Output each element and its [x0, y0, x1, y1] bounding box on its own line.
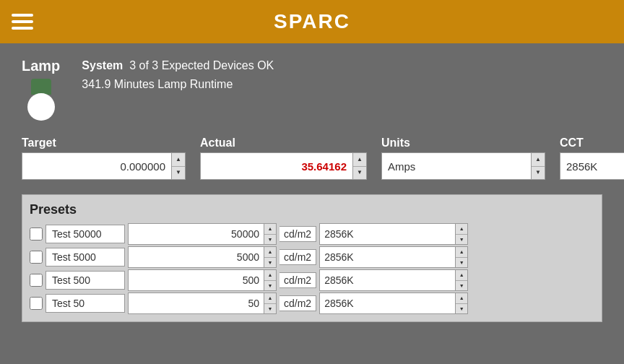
actual-spinner-buttons: ▲ ▼: [353, 152, 367, 180]
system-info: System 3 of 3 Expected Devices OK 341.9 …: [82, 58, 274, 91]
preset-increment-button-0[interactable]: ▲: [264, 224, 276, 235]
units-group: Units ▲ ▼: [381, 136, 545, 180]
target-decrement-button[interactable]: ▼: [172, 167, 185, 180]
preset-cct-increment-button-1[interactable]: ▲: [456, 247, 467, 258]
preset-cct-increment-button-2[interactable]: ▲: [456, 270, 467, 281]
preset-cct-decrement-button-3[interactable]: ▼: [456, 304, 467, 314]
preset-cct-increment-button-3[interactable]: ▲: [456, 293, 467, 304]
preset-checkbox-0[interactable]: [30, 228, 43, 240]
preset-increment-button-1[interactable]: ▲: [264, 247, 276, 258]
preset-row: Test 500 ▲ ▼ cd/m2 ▲ ▼: [30, 269, 593, 291]
preset-cct-field-2[interactable]: ▲ ▼: [319, 269, 468, 291]
preset-checkbox-2[interactable]: [30, 274, 43, 287]
preset-row: Test 5000 ▲ ▼ cd/m2 ▲ ▼: [30, 246, 593, 268]
preset-cct-field-0[interactable]: ▲ ▼: [319, 223, 468, 245]
presets-title: Presets: [30, 202, 594, 217]
preset-cct-decrement-button-2[interactable]: ▼: [456, 281, 467, 291]
target-spinner[interactable]: ▲ ▼: [22, 152, 186, 180]
preset-spinner-btns-0: ▲ ▼: [264, 223, 277, 245]
preset-value-input-3[interactable]: [128, 292, 264, 314]
preset-row: Test 50000 ▲ ▼ cd/m2 ▲ ▼: [30, 223, 593, 245]
system-detail: 3 of 3 Expected Devices OK: [129, 59, 274, 72]
preset-decrement-button-0[interactable]: ▼: [264, 235, 276, 245]
preset-cct-input-3[interactable]: [319, 292, 456, 314]
units-increment-button[interactable]: ▲: [532, 153, 545, 167]
lamp-top: [31, 79, 51, 95]
actual-label: Actual: [200, 136, 367, 150]
preset-name-2: Test 500: [46, 271, 125, 290]
preset-value-field-3[interactable]: ▲ ▼: [128, 292, 277, 314]
units-spinner-buttons: ▲ ▼: [532, 152, 545, 180]
presets-list: Test 50000 ▲ ▼ cd/m2 ▲ ▼ Test 5000 ▲ ▼: [30, 223, 594, 314]
preset-checkbox-3[interactable]: [30, 297, 43, 310]
preset-unit-1: cd/m2: [280, 249, 316, 265]
target-label: Target: [22, 136, 186, 150]
target-group: Target ▲ ▼: [22, 136, 186, 180]
preset-name-1: Test 5000: [46, 248, 125, 266]
preset-increment-button-3[interactable]: ▲: [264, 293, 276, 304]
actual-decrement-button[interactable]: ▼: [353, 167, 366, 180]
lamp-bulb: [27, 93, 55, 121]
actual-input[interactable]: [200, 152, 353, 180]
preset-decrement-button-1[interactable]: ▼: [264, 258, 276, 268]
preset-cct-input-2[interactable]: [319, 269, 456, 291]
units-input[interactable]: [381, 152, 532, 180]
preset-name-0: Test 50000: [46, 225, 125, 243]
app-header: SPARC: [0, 0, 624, 43]
preset-value-field-2[interactable]: ▲ ▼: [128, 269, 277, 291]
preset-cct-decrement-button-0[interactable]: ▼: [456, 235, 467, 245]
lamp-label: Lamp: [22, 58, 60, 74]
preset-unit-3: cd/m2: [280, 295, 316, 311]
cct-input[interactable]: [560, 152, 624, 180]
system-status-line: System 3 of 3 Expected Devices OK: [82, 59, 274, 72]
preset-value-input-0[interactable]: [128, 223, 264, 245]
main-content: Lamp System 3 of 3 Expected Devices OK 3…: [0, 43, 624, 337]
preset-checkbox-1[interactable]: [30, 251, 43, 264]
preset-cct-field-3[interactable]: ▲ ▼: [319, 292, 468, 314]
system-label: System: [82, 59, 123, 72]
target-spinner-buttons: ▲ ▼: [172, 152, 186, 180]
units-decrement-button[interactable]: ▼: [532, 167, 545, 180]
menu-button[interactable]: [12, 14, 33, 30]
lamp-section: Lamp System 3 of 3 Expected Devices OK 3…: [22, 58, 602, 122]
actual-increment-button[interactable]: ▲: [353, 153, 366, 167]
preset-cct-spinner-btns-3: ▲ ▼: [456, 292, 468, 314]
units-label: Units: [381, 136, 545, 150]
preset-name-3: Test 50: [46, 294, 125, 313]
cct-label: CCT: [560, 136, 624, 150]
preset-unit-2: cd/m2: [280, 272, 316, 288]
preset-value-field-1[interactable]: ▲ ▼: [128, 246, 277, 268]
presets-section: Presets Test 50000 ▲ ▼ cd/m2 ▲ ▼ Test 50…: [22, 194, 602, 322]
lamp-column: Lamp: [22, 58, 60, 122]
preset-cct-spinner-btns-2: ▲ ▼: [456, 269, 468, 291]
preset-cct-decrement-button-1[interactable]: ▼: [456, 258, 467, 268]
runtime-line: 341.9 Minutes Lamp Runtime: [82, 78, 274, 91]
preset-cct-input-0[interactable]: [319, 223, 456, 245]
preset-cct-input-1[interactable]: [319, 246, 456, 268]
preset-cct-spinner-btns-0: ▲ ▼: [456, 223, 468, 245]
preset-cct-field-1[interactable]: ▲ ▼: [319, 246, 468, 268]
actual-spinner: ▲ ▼: [200, 152, 367, 180]
preset-row: Test 50 ▲ ▼ cd/m2 ▲ ▼: [30, 292, 593, 314]
target-input[interactable]: [22, 152, 172, 180]
preset-spinner-btns-3: ▲ ▼: [264, 292, 277, 314]
preset-value-input-1[interactable]: [128, 246, 264, 268]
preset-cct-increment-button-0[interactable]: ▲: [456, 224, 467, 235]
target-increment-button[interactable]: ▲: [172, 153, 185, 167]
app-title: SPARC: [274, 10, 350, 33]
preset-unit-0: cd/m2: [280, 226, 316, 242]
lamp-icon: [27, 79, 56, 122]
preset-spinner-btns-2: ▲ ▼: [264, 269, 277, 291]
controls-row: Target ▲ ▼ Actual ▲ ▼ Units: [22, 136, 602, 180]
units-spinner[interactable]: ▲ ▼: [381, 152, 545, 180]
preset-value-input-2[interactable]: [128, 269, 264, 291]
cct-group: CCT ▲ ▼: [560, 136, 624, 180]
preset-increment-button-2[interactable]: ▲: [264, 270, 276, 281]
preset-value-field-0[interactable]: ▲ ▼: [128, 223, 277, 245]
actual-group: Actual ▲ ▼: [200, 136, 367, 180]
preset-decrement-button-3[interactable]: ▼: [264, 304, 276, 314]
cct-spinner[interactable]: ▲ ▼: [560, 152, 624, 180]
preset-cct-spinner-btns-1: ▲ ▼: [456, 246, 468, 268]
preset-spinner-btns-1: ▲ ▼: [264, 246, 277, 268]
preset-decrement-button-2[interactable]: ▼: [264, 281, 276, 291]
